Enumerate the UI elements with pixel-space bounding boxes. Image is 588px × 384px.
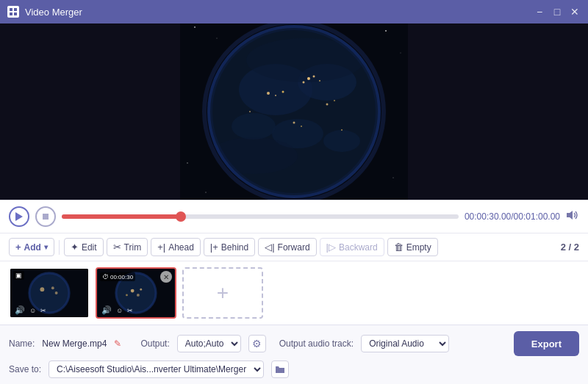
- plus-icon: +: [15, 242, 21, 253]
- svg-point-32: [301, 126, 302, 127]
- browse-folder-button[interactable]: [271, 361, 289, 378]
- svg-point-27: [275, 95, 276, 96]
- export-button[interactable]: Export: [514, 331, 579, 356]
- audio-icon-2: 🔊: [101, 305, 112, 315]
- face-icon-2: ☺: [116, 307, 123, 314]
- app-title: Video Merger: [25, 7, 534, 18]
- audio-track-select[interactable]: Original Audio: [361, 335, 449, 352]
- bottom-bar: Name: New Merge.mp4 ✎ Output: Auto;Auto …: [0, 325, 588, 384]
- volume-button[interactable]: [566, 209, 579, 224]
- audio-icon-1: 🔊: [15, 305, 25, 315]
- item-top-1: ▣: [10, 269, 88, 282]
- svg-rect-3: [14, 12, 17, 15]
- trash-icon: 🗑: [394, 242, 404, 253]
- earth-visual: [176, 23, 412, 200]
- title-bar: Video Merger − □ ✕: [0, 0, 588, 23]
- cut-icon-1: ✂: [40, 307, 46, 314]
- svg-rect-2: [10, 12, 12, 15]
- svg-rect-0: [10, 8, 12, 11]
- close-button[interactable]: ✕: [569, 6, 581, 18]
- svg-point-30: [334, 100, 335, 101]
- svg-point-33: [249, 111, 251, 112]
- timeline-item-2[interactable]: ⏱ 00:00:30 ✕ 🔊 ☺ ✂: [96, 267, 176, 319]
- timeline: ▣ 🔊 ☺ ✂: [0, 261, 588, 325]
- name-label: Name:: [9, 338, 35, 349]
- svg-point-26: [267, 92, 270, 95]
- svg-point-34: [341, 129, 343, 131]
- svg-point-9: [401, 53, 401, 54]
- overlay-1: ▣ 🔊 ☺ ✂: [10, 269, 88, 317]
- svg-rect-39: [43, 214, 49, 220]
- stop-button[interactable]: [35, 206, 56, 227]
- behind-icon: |+: [210, 242, 218, 253]
- svg-marker-40: [567, 211, 573, 220]
- name-edit-icon[interactable]: ✎: [114, 338, 121, 349]
- audio-label: Output audio track:: [279, 338, 354, 349]
- output-select[interactable]: Auto;Auto: [177, 335, 241, 352]
- timeline-thumb-1: ▣ 🔊 ☺ ✂: [10, 269, 88, 317]
- time-display: 00:00:30.00/00:01:00.00: [465, 211, 560, 222]
- duration-badge-2: ⏱ 00:00:30: [100, 272, 135, 281]
- ahead-icon: +|: [157, 242, 165, 253]
- item-bottom-1: 🔊 ☺ ✂: [10, 303, 88, 317]
- svg-rect-1: [14, 8, 17, 11]
- svg-point-7: [217, 38, 218, 39]
- scissors-icon: ✂: [113, 242, 121, 253]
- trim-button[interactable]: ✂ Trim: [107, 238, 148, 256]
- remove-item-2[interactable]: ✕: [160, 271, 172, 283]
- progress-bar[interactable]: [62, 214, 459, 219]
- toolbar: + Add ▾ ✦ Edit ✂ Trim +| Ahead |+ Behind…: [0, 233, 588, 261]
- timeline-thumb-2: ⏱ 00:00:30 ✕ 🔊 ☺ ✂: [97, 269, 175, 317]
- svg-point-19: [323, 130, 360, 152]
- video-canvas: [0, 23, 588, 200]
- edit-button[interactable]: ✦ Edit: [64, 238, 104, 256]
- add-button[interactable]: + Add ▾: [9, 238, 54, 256]
- backward-icon: |▷: [326, 242, 336, 253]
- svg-point-29: [326, 104, 329, 106]
- forward-button[interactable]: ◁| Forward: [258, 238, 316, 256]
- svg-point-24: [319, 80, 320, 81]
- main-content: 00:00:30.00/00:01:00.00 + Add ▾ ✦ Edit ✂…: [0, 23, 588, 384]
- empty-button[interactable]: 🗑 Empty: [387, 238, 438, 256]
- svg-point-31: [293, 122, 295, 124]
- video-badge-1: ▣: [13, 271, 24, 280]
- page-indicator: 2 / 2: [561, 242, 579, 253]
- svg-point-25: [303, 81, 305, 84]
- bottom-row-1: Name: New Merge.mp4 ✎ Output: Auto;Auto …: [9, 331, 579, 356]
- svg-point-10: [187, 162, 188, 164]
- face-icon-1: ☺: [29, 307, 36, 314]
- svg-point-12: [205, 192, 206, 192]
- add-dropdown-icon: ▾: [44, 243, 48, 251]
- progress-thumb[interactable]: [176, 211, 186, 222]
- svg-point-18: [232, 113, 276, 140]
- backward-button[interactable]: |▷ Backward: [320, 238, 384, 256]
- save-path-select[interactable]: C:\Aiseesoft Studio\Ais...nverter Ultima…: [49, 361, 264, 378]
- minimize-button[interactable]: −: [534, 6, 545, 18]
- svg-point-8: [385, 30, 387, 32]
- item-top-2: ⏱ 00:00:30 ✕: [97, 269, 175, 285]
- window-controls: − □ ✕: [534, 6, 581, 18]
- edit-icon: ✦: [71, 242, 79, 253]
- name-value: New Merge.mp4: [42, 338, 107, 349]
- svg-point-22: [307, 77, 310, 80]
- save-label: Save to:: [9, 364, 41, 374]
- overlay-2: ⏱ 00:00:30 ✕ 🔊 ☺ ✂: [97, 269, 175, 317]
- svg-point-23: [313, 76, 315, 78]
- timeline-add-button[interactable]: +: [182, 267, 263, 319]
- timeline-item-1[interactable]: ▣ 🔊 ☺ ✂: [9, 267, 90, 319]
- cut-icon-2: ✂: [127, 307, 133, 314]
- app-icon: [7, 6, 19, 18]
- maximize-button[interactable]: □: [551, 6, 563, 18]
- behind-button[interactable]: |+ Behind: [204, 238, 255, 256]
- svg-marker-38: [15, 212, 23, 221]
- play-button[interactable]: [9, 206, 29, 227]
- output-label: Output:: [140, 338, 169, 349]
- item-bottom-2: 🔊 ☺ ✂: [97, 303, 175, 317]
- video-preview: [0, 23, 588, 200]
- forward-icon: ◁|: [265, 242, 274, 253]
- svg-point-11: [393, 178, 394, 178]
- output-settings-button[interactable]: ⚙: [248, 335, 266, 352]
- svg-point-28: [282, 91, 284, 93]
- ahead-button[interactable]: +| Ahead: [151, 238, 201, 256]
- playback-controls: 00:00:30.00/00:01:00.00: [0, 200, 588, 233]
